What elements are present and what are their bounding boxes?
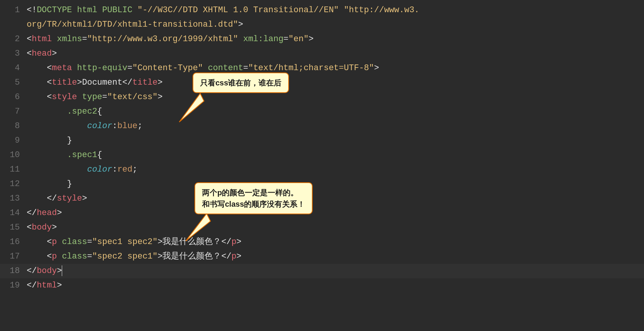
code-line[interactable]: <title>Document</title>	[27, 76, 644, 90]
line-number: 5	[0, 76, 20, 90]
indent	[27, 237, 47, 247]
indent	[27, 121, 87, 131]
callout-text-line1: 两个p的颜色一定是一样的。	[202, 187, 305, 198]
attr: class	[62, 237, 87, 247]
line-number: 19	[0, 278, 20, 293]
code-editor: 1 2 3 4 5 6 7 8 9 10 11 12 13 14 15 16 1…	[0, 0, 644, 293]
punct: >	[82, 194, 87, 203]
line-number: 16	[0, 235, 20, 249]
code-line[interactable]: color:blue;	[27, 119, 644, 133]
space	[238, 34, 243, 44]
attr: http-equiv	[77, 63, 127, 73]
punct: </	[221, 252, 231, 261]
punct: <	[27, 223, 32, 232]
punct: >	[157, 92, 162, 102]
code-line[interactable]: </head>	[27, 206, 644, 220]
tag: title	[52, 78, 77, 87]
indent	[27, 150, 67, 160]
brace: }	[67, 136, 72, 145]
css-prop: color	[87, 165, 112, 174]
string: "http://www.w3.	[344, 5, 419, 15]
line-number: 12	[0, 177, 20, 191]
string: "en"	[289, 34, 309, 44]
line-number: 4	[0, 61, 20, 76]
text: Document	[82, 78, 122, 87]
string: "http://www.w3.org/1999/xhtml"	[87, 34, 238, 44]
code-line[interactable]: </style>	[27, 191, 644, 206]
attr: content	[208, 63, 243, 73]
punct: <	[47, 92, 52, 102]
line-number: 7	[0, 104, 20, 119]
tag: p	[231, 237, 236, 247]
code-line[interactable]: <meta http-equiv="Content-Type" content=…	[27, 61, 644, 76]
punct: :	[112, 121, 117, 131]
selector: .spec1	[67, 150, 97, 160]
callout-text: 只看css谁在前，谁在后	[200, 77, 281, 88]
punct: =	[283, 34, 288, 44]
tag: p	[52, 237, 62, 247]
string: org/TR/xhtml1/DTD/xhtml1-transitional.dt…	[27, 20, 238, 29]
indent	[27, 107, 67, 116]
string: "Content-Type"	[132, 63, 203, 73]
punct: </	[27, 281, 37, 290]
space	[339, 5, 344, 15]
punct: =	[127, 63, 132, 73]
code-line[interactable]: <!DOCTYPE html PUBLIC "-//W3C//DTD XHTML…	[27, 3, 644, 32]
code-line[interactable]: .spec2{	[27, 104, 644, 119]
line-number: 11	[0, 162, 20, 177]
indent	[27, 165, 87, 174]
code-line[interactable]: <html xmlns="http://www.w3.org/1999/xhtm…	[27, 32, 644, 47]
punct: <	[47, 237, 52, 247]
code-line[interactable]: </html>	[27, 278, 644, 293]
punct: </	[27, 266, 37, 276]
attr: xmlns	[57, 34, 82, 44]
string: "text/html;charset=UTF-8"	[248, 63, 374, 73]
code-area[interactable]: <!DOCTYPE html PUBLIC "-//W3C//DTD XHTML…	[27, 0, 644, 293]
text: 我是什么颜色？	[162, 252, 221, 261]
code-line[interactable]: }	[27, 133, 644, 148]
line-number: 13	[0, 191, 20, 206]
space	[203, 63, 208, 73]
tag: head	[37, 208, 57, 218]
punct: <!	[27, 5, 37, 15]
code-line[interactable]: <p class="spec2 spec1">我是什么颜色？</p>	[27, 249, 644, 264]
punct: >	[157, 78, 162, 87]
line-number: 9	[0, 133, 20, 148]
line-number: 10	[0, 148, 20, 162]
punct: >	[236, 252, 241, 261]
text-cursor	[62, 265, 62, 276]
punct: </	[47, 194, 57, 203]
code-line[interactable]: <head>	[27, 47, 644, 61]
punct: </	[221, 237, 231, 247]
string: "spec1 spec2"	[92, 237, 158, 247]
string: "spec2 spec1"	[92, 252, 158, 261]
line-number: 6	[0, 90, 20, 104]
indent	[27, 194, 47, 203]
punct: <	[47, 63, 52, 73]
tag: body	[37, 266, 57, 276]
css-value: blue	[117, 121, 138, 131]
tag: meta	[52, 63, 77, 73]
punct: </	[27, 208, 37, 218]
tag: title	[132, 78, 157, 87]
punct: </	[122, 78, 132, 87]
indent	[27, 136, 67, 145]
code-line[interactable]: <p class="spec1 spec2">我是什么颜色？</p>	[27, 235, 644, 249]
code-line[interactable]: </body>	[27, 264, 644, 278]
punct: >	[77, 78, 82, 87]
code-line[interactable]: <style type="text/css">	[27, 90, 644, 104]
punct: =	[102, 92, 107, 102]
attr: xml:lang	[243, 34, 284, 44]
punct: =	[87, 237, 92, 247]
code-line[interactable]: .spec1{	[27, 148, 644, 162]
keyword: DOCTYPE	[37, 5, 77, 15]
code-line[interactable]: }	[27, 177, 644, 191]
code-line[interactable]: <body>	[27, 220, 644, 235]
code-line[interactable]: color:red;	[27, 162, 644, 177]
indent	[27, 92, 47, 102]
punct: >	[374, 63, 379, 73]
line-number: 8	[0, 119, 20, 133]
punct: >	[157, 237, 162, 247]
tag: style	[57, 194, 82, 203]
indent	[27, 63, 47, 73]
